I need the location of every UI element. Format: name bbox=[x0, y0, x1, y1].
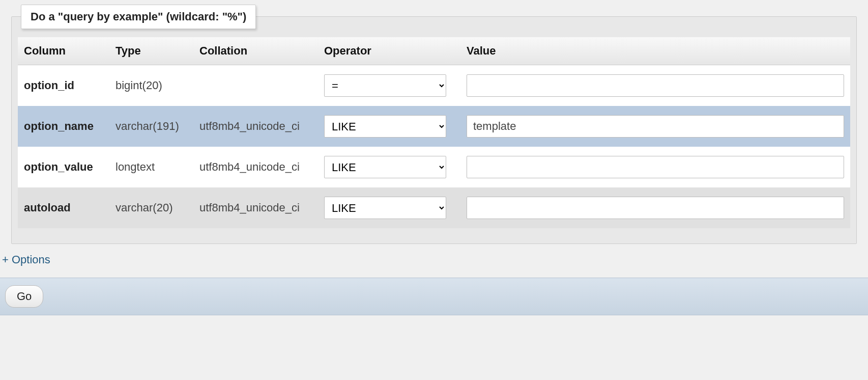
operator-select[interactable]: = bbox=[324, 74, 446, 97]
cell-collation: utf8mb4_unicode_ci bbox=[193, 147, 318, 187]
table-row: option_namevarchar(191)utf8mb4_unicode_c… bbox=[18, 106, 850, 147]
qbe-table: Column Type Collation Operator Value opt… bbox=[18, 37, 850, 228]
value-input[interactable] bbox=[467, 197, 844, 219]
cell-column-name: option_value bbox=[18, 147, 109, 187]
th-value: Value bbox=[460, 37, 850, 65]
value-input[interactable] bbox=[467, 74, 844, 97]
table-row: autoloadvarchar(20)utf8mb4_unicode_ciLIK… bbox=[18, 187, 850, 228]
cell-value bbox=[460, 106, 850, 147]
cell-operator: LIKE bbox=[318, 187, 460, 228]
cell-column-name: option_name bbox=[18, 106, 109, 147]
fieldset-legend: Do a "query by example" (wildcard: "%") bbox=[21, 5, 256, 29]
cell-operator: = bbox=[318, 65, 460, 106]
cell-operator: LIKE bbox=[318, 106, 460, 147]
cell-value bbox=[460, 187, 850, 228]
action-bar: Go bbox=[0, 278, 868, 315]
table-row: option_idbigint(20)= bbox=[18, 65, 850, 106]
operator-select[interactable]: LIKE bbox=[324, 115, 446, 138]
cell-value bbox=[460, 65, 850, 106]
th-operator: Operator bbox=[318, 37, 460, 65]
value-input[interactable] bbox=[467, 115, 844, 138]
cell-collation bbox=[193, 65, 318, 106]
operator-select[interactable]: LIKE bbox=[324, 156, 446, 178]
cell-type: varchar(191) bbox=[109, 106, 193, 147]
cell-value bbox=[460, 147, 850, 187]
go-button[interactable]: Go bbox=[5, 285, 43, 308]
value-input[interactable] bbox=[467, 156, 844, 178]
cell-column-name: autoload bbox=[18, 187, 109, 228]
options-toggle[interactable]: + Options bbox=[2, 253, 50, 266]
cell-type: bigint(20) bbox=[109, 65, 193, 106]
cell-collation: utf8mb4_unicode_ci bbox=[193, 106, 318, 147]
th-column: Column bbox=[18, 37, 109, 65]
cell-type: longtext bbox=[109, 147, 193, 187]
query-by-example-fieldset: Do a "query by example" (wildcard: "%") … bbox=[11, 16, 857, 244]
th-type: Type bbox=[109, 37, 193, 65]
th-collation: Collation bbox=[193, 37, 318, 65]
operator-select[interactable]: LIKE bbox=[324, 197, 446, 219]
cell-operator: LIKE bbox=[318, 147, 460, 187]
cell-type: varchar(20) bbox=[109, 187, 193, 228]
table-row: option_valuelongtextutf8mb4_unicode_ciLI… bbox=[18, 147, 850, 187]
cell-collation: utf8mb4_unicode_ci bbox=[193, 187, 318, 228]
cell-column-name: option_id bbox=[18, 65, 109, 106]
